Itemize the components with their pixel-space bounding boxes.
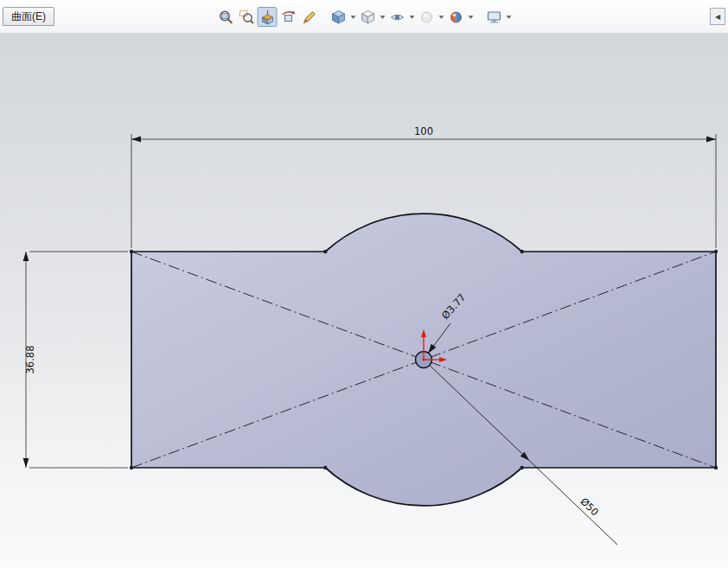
section-view-icon[interactable]: [258, 7, 278, 27]
dimension-height-36-88[interactable]: 36.88: [23, 252, 128, 468]
dim-height-text[interactable]: 36.88: [24, 346, 36, 374]
app-window: 曲面(E): [0, 0, 728, 568]
edit-appearance-icon[interactable]: [417, 7, 437, 27]
display-style-dropdown-icon[interactable]: [379, 7, 386, 27]
hide-show-items-dropdown-icon[interactable]: [408, 7, 416, 27]
edit-appearance-dropdown-icon[interactable]: [437, 7, 445, 27]
view-orientation-dropdown-icon[interactable]: [349, 7, 357, 27]
drawing-canvas[interactable]: Ø50 Ø3.77 100: [0, 33, 728, 568]
apply-scene-dropdown-icon[interactable]: [467, 7, 475, 27]
zoom-to-area-icon[interactable]: [237, 7, 257, 27]
apply-scene-icon[interactable]: [446, 7, 466, 27]
rotate-view-icon[interactable]: [278, 7, 298, 27]
hide-show-items-icon[interactable]: [387, 7, 407, 27]
dia-large-text[interactable]: Ø50: [578, 495, 601, 519]
toolbar-separator: [476, 7, 483, 27]
toolbar-separator: [320, 7, 328, 27]
display-style-icon[interactable]: [358, 7, 378, 27]
view-orientation-icon[interactable]: [329, 7, 348, 27]
zoom-to-fit-icon[interactable]: [216, 7, 236, 27]
heads-up-toolbar: [216, 7, 513, 27]
collapse-toolbar-button[interactable]: ◀: [710, 8, 725, 25]
sketch-icon[interactable]: [299, 7, 319, 27]
dim-width-text[interactable]: 100: [414, 125, 433, 137]
view-settings-icon[interactable]: [484, 7, 504, 27]
view-settings-dropdown-icon[interactable]: [505, 7, 513, 27]
tab-surface[interactable]: 曲面(E): [3, 7, 54, 26]
top-toolbar: 曲面(E): [0, 0, 728, 34]
